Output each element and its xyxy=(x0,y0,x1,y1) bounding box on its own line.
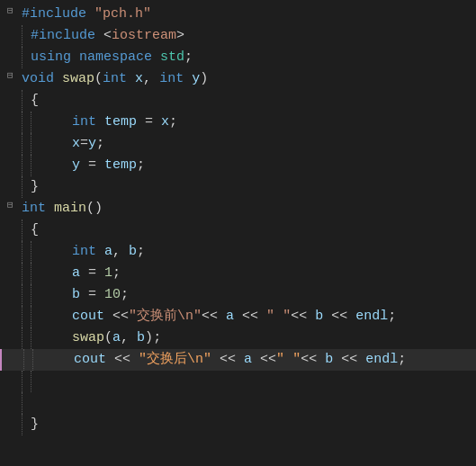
spacer-20 xyxy=(7,414,20,430)
spacer-19 xyxy=(7,392,20,408)
kw-int-x: int xyxy=(103,68,127,90)
gutter-16b xyxy=(31,327,38,349)
gutter-18b xyxy=(31,371,38,392)
line-13: a = 1 ; xyxy=(0,263,476,284)
var-x2: x xyxy=(161,112,169,133)
line-15: cout << "交换前\n" << a << " " << b << endl… xyxy=(0,306,476,327)
var-x: x xyxy=(135,68,143,90)
line-content-7: x = y ; xyxy=(72,133,469,155)
line-content-13: a = 1 ; xyxy=(72,263,469,284)
line-content-14: b = 10 ; xyxy=(72,284,469,306)
gutter-6b xyxy=(31,112,38,133)
line-content-8: y = temp ; xyxy=(72,155,469,176)
gutter-12b xyxy=(31,241,38,263)
spacer-16 xyxy=(7,327,20,344)
kw-using: using xyxy=(31,47,71,68)
kw-int-ab: int xyxy=(72,241,96,263)
spacer-7 xyxy=(7,133,20,149)
collapse-icon-4[interactable]: ⊟ xyxy=(7,68,20,85)
str-space2: " xyxy=(283,306,291,327)
line-3: using namespace std ; xyxy=(0,47,476,68)
string-pch: "pch.h" xyxy=(94,4,151,25)
line-content-1: #include "pch.h" xyxy=(22,4,469,25)
line-content-3: using namespace std ; xyxy=(31,47,469,68)
line-content-11: { xyxy=(31,220,469,241)
var-a: a xyxy=(104,241,112,263)
endl-2: endl xyxy=(365,349,398,371)
gutter-15b xyxy=(31,306,38,327)
gutter-2 xyxy=(22,25,29,47)
kw-int-temp: int xyxy=(72,112,96,133)
str-space1: " xyxy=(266,306,274,327)
spacer-5 xyxy=(7,90,20,106)
gutter-14a xyxy=(22,284,29,306)
var-b3: b xyxy=(315,306,323,327)
collapse-icon-10[interactable]: ⊟ xyxy=(7,198,20,214)
fn-swap2: swap xyxy=(72,327,104,349)
collapse-icon-1[interactable]: ⊟ xyxy=(7,4,20,20)
gutter-17a xyxy=(23,349,31,371)
gutter-17b xyxy=(32,349,40,371)
num-1: 1 xyxy=(104,263,112,284)
gutter-15a xyxy=(22,306,29,327)
gutter-20 xyxy=(22,414,29,435)
line-4: ⊟ void swap ( int x , int y ) xyxy=(0,68,476,90)
line-content-16: swap ( a , b ) ; xyxy=(72,327,469,349)
line-6: int temp = x ; xyxy=(0,112,476,133)
line-8: y = temp ; xyxy=(0,155,476,176)
endl-1: endl xyxy=(355,306,388,327)
line-content-18 xyxy=(40,371,469,392)
fn-main: main xyxy=(54,198,86,220)
line-18 xyxy=(0,371,476,392)
str-after: "交换后\n" xyxy=(139,349,211,371)
kw-int-main: int xyxy=(22,198,46,220)
var-a3: a xyxy=(226,306,234,327)
spacer-8 xyxy=(7,155,20,171)
spacer-13 xyxy=(7,263,20,279)
fn-swap: swap xyxy=(62,68,94,90)
line-10: ⊟ int main () xyxy=(0,198,476,220)
gutter-13b xyxy=(31,263,38,284)
gutter-13a xyxy=(22,263,29,284)
gutter-14b xyxy=(31,284,38,306)
var-y3: y xyxy=(72,155,80,176)
var-a5: a xyxy=(244,349,252,371)
var-x3: x xyxy=(72,133,80,155)
ns-std: std xyxy=(160,47,184,68)
var-b5: b xyxy=(325,349,333,371)
num-10: 10 xyxy=(104,284,121,306)
line-5: { xyxy=(0,90,476,112)
kw-namespace: namespace xyxy=(79,47,152,68)
str-before: "交换前\n" xyxy=(129,306,202,327)
spacer-12 xyxy=(7,241,20,257)
gutter-11 xyxy=(22,220,29,241)
gutter-3 xyxy=(22,47,29,68)
line-content-6: int temp = x ; xyxy=(72,112,469,133)
var-b4: b xyxy=(137,327,145,349)
gutter-12a xyxy=(22,241,29,263)
line-19 xyxy=(0,392,476,414)
cout-1: cout xyxy=(72,306,104,327)
spacer-18 xyxy=(7,371,20,387)
line-content-9: } xyxy=(31,176,469,198)
line-content-15: cout << "交换前\n" << a << " " << b << endl… xyxy=(72,306,469,327)
line-content-20: } xyxy=(31,414,469,435)
line-17: cout << "交换后\n" << a << " " << b << endl… xyxy=(0,349,476,371)
spacer-2 xyxy=(7,25,20,41)
gutter-5 xyxy=(22,90,29,112)
var-a2: a xyxy=(72,263,80,284)
spacer-17 xyxy=(9,349,22,365)
include-iostream: iostream xyxy=(112,25,176,47)
line-11: { xyxy=(0,220,476,241)
spacer-15 xyxy=(7,306,20,322)
var-b2: b xyxy=(72,284,80,306)
line-content-12: int a , b ; xyxy=(72,241,469,263)
spacer-6 xyxy=(7,112,20,128)
gutter-16a xyxy=(22,327,29,349)
line-14: b = 10 ; xyxy=(0,284,476,306)
gutter-18a xyxy=(22,371,29,392)
line-content-17: cout << "交换后\n" << a << " " << b << endl… xyxy=(74,349,469,371)
str-space3: " xyxy=(276,349,284,371)
line-content-10: int main () xyxy=(22,198,469,220)
var-y: y xyxy=(192,68,200,90)
